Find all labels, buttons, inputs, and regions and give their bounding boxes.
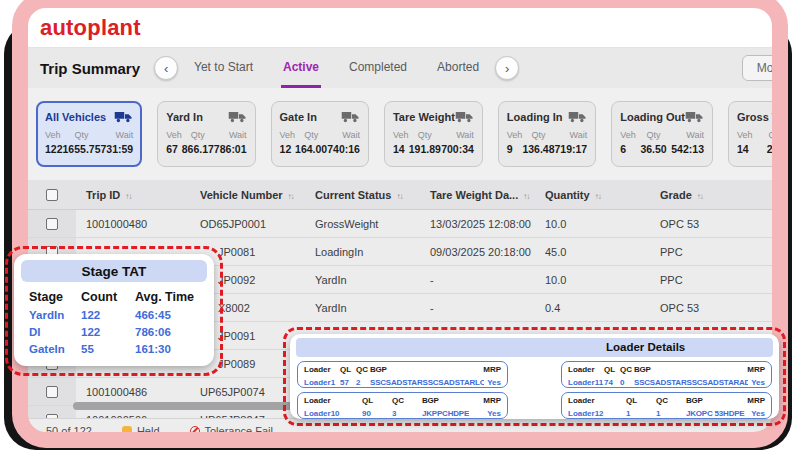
metric-value: 866.17 — [182, 143, 214, 155]
tab-yet-to-start[interactable]: Yet to Start — [192, 48, 255, 88]
metric-label: Wait — [229, 130, 247, 140]
status-cell: YardIn — [305, 274, 420, 286]
column-header-trip-id[interactable]: Trip ID↑↓ — [76, 189, 190, 201]
metric-value: 164.00 — [295, 143, 327, 155]
metric-value: 122 — [45, 143, 63, 155]
status-card-gate-in[interactable]: Gate In Veh12 Qty164.00 Wait740:16 — [271, 101, 369, 167]
metric-label: Wait — [116, 130, 134, 140]
status-cell: LoadingIn — [305, 246, 420, 258]
card-label: Tare Weight — [393, 111, 455, 123]
tabs-scroll-right-button[interactable]: › — [495, 56, 519, 80]
sort-icon[interactable]: ↑↓ — [288, 192, 294, 201]
metric-value: 136.48 — [522, 143, 554, 155]
sort-icon[interactable]: ↑↓ — [697, 192, 703, 201]
quantity-cell: 10.0 — [535, 218, 650, 230]
vehicle-cell: OD65JP0001 — [190, 218, 305, 230]
metric-value: 740:16 — [327, 143, 360, 155]
status-card-all-vehicles[interactable]: All Vehicles Veh122 Qty1655.75 Wait731:5… — [36, 101, 142, 167]
card-label: Loading In — [507, 111, 563, 123]
tab-completed[interactable]: Completed — [347, 48, 409, 88]
metric-label: Qty — [191, 130, 205, 140]
metric-value: 786:01 — [214, 143, 247, 155]
quantity-cell: 45.0 — [535, 246, 650, 258]
column-header-quantity[interactable]: Quantity↑↓ — [535, 189, 650, 201]
sort-icon[interactable]: ↑↓ — [523, 192, 529, 201]
sort-icon[interactable]: ↑↓ — [595, 192, 601, 201]
column-header-tare-weight-date[interactable]: Tare Weight Da...↑↓ — [420, 189, 535, 201]
loader-details-popup: Loader Details Loader QL QC BGP MRP Load… — [290, 334, 779, 419]
truck-icon — [114, 110, 133, 123]
metric-label: Veh — [620, 130, 636, 140]
stage-tat-table: Stage Count Avg. Time YardIn 122 466:45 … — [14, 282, 214, 358]
metric-label: Veh — [737, 130, 753, 140]
stage-tat-row: GateIn 55 161:30 — [29, 341, 206, 358]
trip-id-cell: 1001000486 — [76, 386, 190, 398]
column-header-grade[interactable]: Grade↑↓ — [650, 189, 774, 201]
tab-aborted[interactable]: Aborted — [435, 48, 481, 88]
loader-detail-box: Loader QL QC BGP MRP Loader12 1 1 JKOPC … — [561, 392, 772, 419]
sort-icon[interactable]: ↑↓ — [396, 192, 402, 201]
status-card-gross-weight[interactable]: Gross W Veh14 Qty260 Wait — [728, 101, 774, 167]
select-all-checkbox[interactable] — [46, 189, 58, 201]
table-row[interactable]: 1001000480 OD65JP0001 GrossWeight 13/03/… — [28, 210, 774, 238]
row-checkbox[interactable] — [46, 386, 58, 398]
grade-cell: OPC 53 — [650, 302, 774, 314]
metric-value: 731:59 — [101, 143, 134, 155]
metric-label: Veh — [166, 130, 182, 140]
metric-value: 36.50 — [640, 143, 666, 155]
card-label: All Vehicles — [45, 111, 106, 123]
status-card-loading-out[interactable]: Loading Out Veh6 Qty36.50 Wait542:13 — [611, 101, 713, 167]
app-header: autoplant — [28, 8, 774, 48]
screenshot-canvas: autoplant Trip Summary ‹ Yet to Start Ac… — [0, 0, 793, 451]
stage-tat-title: Stage TAT — [21, 260, 207, 282]
more-button[interactable]: Mo — [742, 55, 774, 81]
loader-details-annotation: Loader Details Loader QL QC BGP MRP Load… — [283, 327, 786, 426]
held-hand-icon — [122, 426, 132, 433]
card-label: Loading Out — [620, 111, 685, 123]
metric-label: Qty — [418, 130, 432, 140]
tab-active[interactable]: Active — [281, 48, 321, 88]
stage-tat-row: YardIn 122 466:45 — [29, 307, 206, 324]
status-cell: GrossWeight — [305, 218, 420, 230]
metric-label: Wait — [456, 130, 474, 140]
status-card-yard-in[interactable]: Yard In Veh67 Qty866.17 Wait786:01 — [157, 101, 255, 167]
stage-tat-popup: Stage TAT Stage Count Avg. Time YardIn 1… — [14, 254, 214, 366]
column-header-vehicle-number[interactable]: Vehicle Number↑↓ — [190, 189, 305, 201]
grade-cell: PPC — [650, 246, 774, 258]
tare-date-cell: - — [420, 302, 535, 314]
metric-value: 700:34 — [441, 143, 474, 155]
tabs-scroll-left-button[interactable]: ‹ — [154, 56, 178, 80]
chevron-left-icon: ‹ — [164, 62, 168, 75]
metric-label: Wait — [686, 130, 704, 140]
status-card-loading-in[interactable]: Loading In Veh9 Qty136.48 Wait719:17 — [498, 101, 596, 167]
truck-icon — [568, 110, 587, 123]
page-title: Trip Summary — [40, 60, 140, 77]
metric-label: Qty — [531, 130, 545, 140]
trip-id-cell: 1001000480 — [76, 218, 190, 230]
tolerance-fail-icon — [190, 426, 200, 432]
metric-label: Wait — [342, 130, 360, 140]
tare-date-cell: 09/03/2025 20:18:00 — [420, 246, 535, 258]
truck-icon — [341, 110, 360, 123]
column-header-current-status[interactable]: Current Status↑↓ — [305, 189, 420, 201]
tare-date-cell: - — [420, 274, 535, 286]
tare-date-cell: 13/03/2025 12:08:00 — [420, 218, 535, 230]
metric-value: 719:17 — [555, 143, 588, 155]
metric-label: Qty — [768, 130, 774, 140]
truck-icon — [685, 110, 704, 123]
status-card-tare-weight[interactable]: Tare Weight Veh14 Qty191.89 Wait700:34 — [384, 101, 483, 167]
stage-tat-annotation: Stage TAT Stage Count Avg. Time YardIn 1… — [5, 246, 223, 376]
status-cards-row: All Vehicles Veh122 Qty1655.75 Wait731:5… — [28, 88, 774, 167]
loader-detail-box: Loader QL QC BGP MRP Loader1 57 2 SSCSAD… — [297, 361, 508, 388]
metric-value: 6 — [620, 143, 636, 155]
row-checkbox[interactable] — [46, 218, 58, 230]
metric-label: Veh — [280, 130, 296, 140]
trip-summary-bar: Trip Summary ‹ Yet to Start Active Compl… — [28, 48, 774, 88]
loader-details-header: Loader Details — [296, 338, 773, 357]
sort-icon[interactable]: ↑↓ — [125, 192, 131, 201]
quantity-cell: 10.0 — [535, 274, 650, 286]
metric-value: 67 — [166, 143, 182, 155]
card-label: Yard In — [166, 111, 203, 123]
grade-cell: PPC — [650, 274, 774, 286]
loader-detail-box: Loader QL QC BGP MRP Loader10 90 3 JKPPC… — [297, 392, 508, 419]
